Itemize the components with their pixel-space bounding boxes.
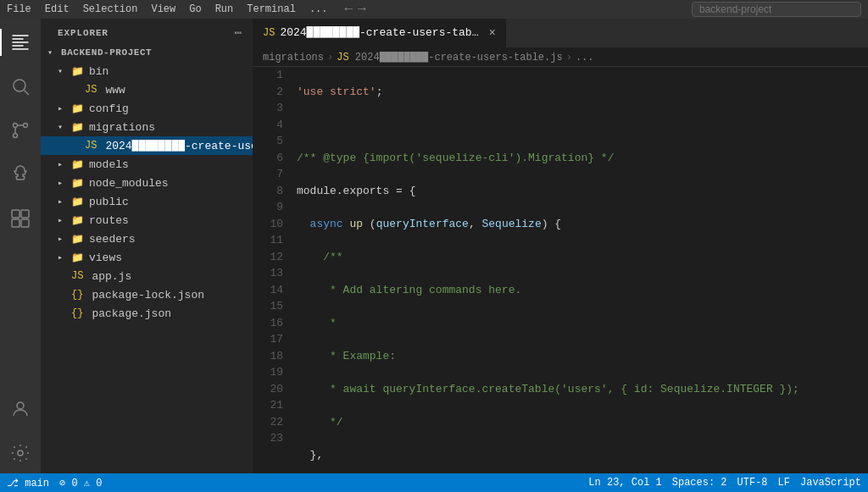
sidebar-item-migrations[interactable]: ▾ 📁 migrations xyxy=(41,118,253,136)
package-json-label: package.json xyxy=(92,307,171,320)
svg-point-0 xyxy=(14,80,25,91)
sidebar-item-seeders[interactable]: ▸ 📁 seeders xyxy=(41,229,253,248)
tab-filename: 2024████████-create-users-table.js xyxy=(280,26,483,39)
tab-close-button[interactable]: × xyxy=(489,26,496,40)
sidebar-item-package-json[interactable]: {} package.json xyxy=(41,304,253,323)
activity-explorer[interactable] xyxy=(0,22,41,63)
activity-search[interactable] xyxy=(0,66,41,107)
sidebar-header: Explorer ⋯ xyxy=(41,19,253,43)
project-root[interactable]: ▾ BACKEND-PROJECT xyxy=(41,43,253,62)
status-errors[interactable]: ⊘ 0 ⚠ 0 xyxy=(59,477,102,489)
appjs-label: app.js xyxy=(92,270,131,283)
config-label: config xyxy=(89,102,129,115)
code-editor[interactable]: 1 2 3 4 5 6 7 8 9 10 11 12 13 14 15 16 1… xyxy=(253,67,868,473)
sidebar-item-node-modules[interactable]: ▸ 📁 node_modules xyxy=(41,174,253,192)
menu-selection[interactable]: Selection xyxy=(83,3,138,15)
svg-rect-6 xyxy=(21,210,29,218)
root-arrow: ▾ xyxy=(47,47,58,58)
sidebar-item-package-lock[interactable]: {} package-lock.json xyxy=(41,285,253,304)
breadcrumb-sep1: › xyxy=(327,52,333,64)
sidebar-item-config[interactable]: ▸ 📁 config xyxy=(41,99,253,118)
project-name: BACKEND-PROJECT xyxy=(61,47,152,58)
nav-buttons: ← → xyxy=(344,2,365,17)
bin-folder-icon: 📁 xyxy=(71,65,84,78)
svg-point-2 xyxy=(14,124,18,128)
status-encoding[interactable]: UTF-8 xyxy=(737,477,768,489)
activity-debug[interactable] xyxy=(0,154,41,195)
breadcrumb-file[interactable]: JS 2024████████-create-users-table.js xyxy=(337,52,562,64)
sidebar-title: Explorer xyxy=(58,28,108,38)
sidebar-item-views[interactable]: ▸ 📁 views xyxy=(41,248,253,267)
svg-point-10 xyxy=(18,451,23,456)
breadcrumb-sep2: › xyxy=(566,52,572,64)
status-eol[interactable]: LF xyxy=(778,477,790,489)
search-input[interactable] xyxy=(692,2,861,17)
sidebar-header-icons: ⋯ xyxy=(235,25,242,40)
activity-accounts[interactable] xyxy=(0,389,41,429)
www-label: www xyxy=(105,84,125,97)
status-right: Ln 23, Col 1 Spaces: 2 UTF-8 LF JavaScri… xyxy=(588,477,861,489)
tab-bar: JS 2024████████-create-users-table.js × xyxy=(253,19,868,48)
status-bar: ⎇ main ⊘ 0 ⚠ 0 Ln 23, Col 1 Spaces: 2 UT… xyxy=(0,473,868,492)
activity-extensions[interactable] xyxy=(0,198,41,239)
seeders-folder-icon: 📁 xyxy=(71,233,84,246)
sidebar-item-models[interactable]: ▸ 📁 models xyxy=(41,155,253,174)
www-js-icon: JS xyxy=(85,84,97,96)
sidebar-item-bin[interactable]: ▾ 📁 bin xyxy=(41,62,253,80)
status-spaces[interactable]: Spaces: 2 xyxy=(672,477,727,489)
bin-arrow: ▾ xyxy=(58,66,68,76)
public-folder-icon: 📁 xyxy=(71,196,84,208)
models-label: models xyxy=(89,158,129,171)
editor-tab[interactable]: JS 2024████████-create-users-table.js × xyxy=(253,19,507,47)
menu-run[interactable]: Run xyxy=(215,3,234,15)
breadcrumb-more[interactable]: ... xyxy=(576,52,594,64)
svg-point-9 xyxy=(17,402,24,409)
new-file-icon[interactable]: ⋯ xyxy=(235,25,242,40)
seeders-arrow: ▸ xyxy=(58,234,68,244)
menu-more[interactable]: ... xyxy=(309,3,328,15)
routes-label: routes xyxy=(89,214,129,227)
nav-back-button[interactable]: ← xyxy=(344,2,353,17)
sidebar-item-www[interactable]: JS www xyxy=(41,80,253,99)
tab-js-icon: JS xyxy=(263,27,275,39)
menu-terminal[interactable]: Terminal xyxy=(247,3,296,15)
models-arrow: ▸ xyxy=(58,159,68,169)
nav-forward-button[interactable]: → xyxy=(358,2,366,17)
svg-rect-5 xyxy=(12,210,19,218)
title-bar: File Edit Selection View Go Run Terminal… xyxy=(0,0,868,19)
status-branch[interactable]: ⎇ main xyxy=(7,477,49,489)
activity-settings[interactable] xyxy=(0,433,41,473)
package-lock-icon: {} xyxy=(71,289,83,301)
views-label: views xyxy=(89,252,122,264)
sidebar: Explorer ⋯ ▾ BACKEND-PROJECT ▾ 📁 bin JS … xyxy=(41,19,253,473)
svg-rect-7 xyxy=(12,219,19,227)
menu-file[interactable]: File xyxy=(7,3,31,15)
sidebar-item-public[interactable]: ▸ 📁 public xyxy=(41,192,253,211)
menu-bar[interactable]: File Edit Selection View Go Run Terminal… xyxy=(7,3,327,15)
main-layout: Explorer ⋯ ▾ BACKEND-PROJECT ▾ 📁 bin JS … xyxy=(0,19,868,473)
appjs-icon: JS xyxy=(71,270,83,282)
public-arrow: ▸ xyxy=(58,196,68,207)
models-folder-icon: 📁 xyxy=(71,158,84,171)
status-language[interactable]: JavaScript xyxy=(800,477,861,489)
svg-line-1 xyxy=(25,91,30,96)
menu-edit[interactable]: Edit xyxy=(45,3,70,15)
activity-source-control[interactable] xyxy=(0,110,41,151)
menu-go[interactable]: Go xyxy=(189,3,201,15)
node-modules-label: node_modules xyxy=(89,177,169,190)
menu-view[interactable]: View xyxy=(151,3,175,15)
status-ln-col[interactable]: Ln 23, Col 1 xyxy=(588,477,661,489)
file-tree: ▾ BACKEND-PROJECT ▾ 📁 bin JS www ▸ 📁 con… xyxy=(41,43,253,473)
views-arrow: ▸ xyxy=(58,252,68,263)
package-json-icon: {} xyxy=(71,307,83,319)
sidebar-item-migration-file[interactable]: JS 2024████████-create-users-table.js xyxy=(41,136,253,155)
svg-point-3 xyxy=(24,124,28,128)
code-content[interactable]: 'use strict'; /** @type {import('sequeli… xyxy=(290,67,868,473)
migrations-label: migrations xyxy=(89,121,155,134)
sidebar-item-appjs[interactable]: JS app.js xyxy=(41,267,253,285)
breadcrumb-migrations[interactable]: migrations xyxy=(263,52,324,64)
migrations-folder-icon: 📁 xyxy=(71,121,84,134)
migration-file-js-icon: JS xyxy=(85,140,97,152)
config-folder-icon: 📁 xyxy=(71,102,84,115)
sidebar-item-routes[interactable]: ▸ 📁 routes xyxy=(41,211,253,229)
